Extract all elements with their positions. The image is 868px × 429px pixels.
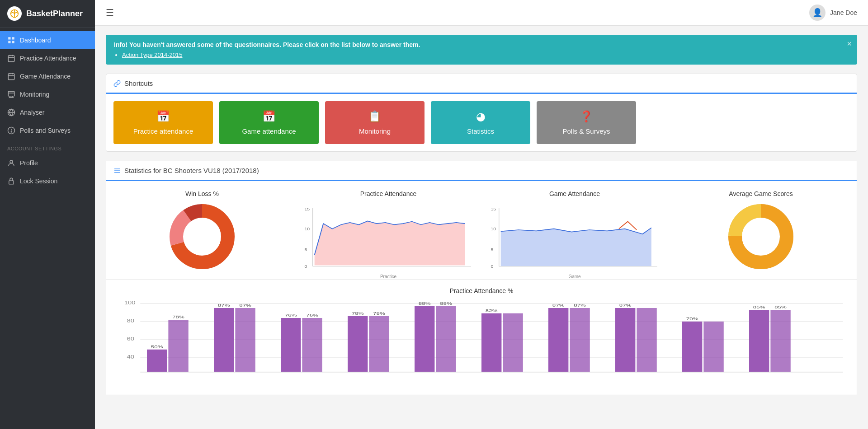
shortcuts-title: Shortcuts: [124, 79, 153, 87]
svg-text:0: 0: [304, 264, 307, 269]
shortcut-practice-label: Practice attendance: [133, 127, 193, 135]
svg-rect-68: [281, 318, 301, 372]
svg-rect-87: [615, 308, 635, 372]
practice-chart-label: Practice: [300, 274, 477, 279]
sidebar-item-game-attendance[interactable]: Game Attendance: [0, 67, 95, 85]
svg-rect-81: [503, 313, 523, 372]
sidebar: BasketPlanner Dashboard Practice Attenda…: [0, 0, 95, 429]
svg-marker-38: [315, 221, 465, 265]
win-loss-donut: [168, 203, 236, 270]
sidebar-item-profile[interactable]: Profile: [0, 154, 95, 172]
svg-text:5: 5: [491, 247, 493, 252]
statistics-title: Statistics for BC Shooters VU18 (2017/20…: [124, 167, 259, 174]
shortcuts-card: Shortcuts 📅 Practice attendance 📅 Game a…: [106, 74, 857, 152]
sidebar-label-monitoring: Monitoring: [20, 91, 49, 98]
svg-text:15: 15: [491, 207, 496, 211]
app-logo: BasketPlanner: [0, 0, 95, 28]
svg-rect-72: [348, 316, 368, 372]
statistics-section: Statistics for BC Shooters VU18 (2017/20…: [106, 161, 857, 395]
alert-message: Info! You haven't answered some of the q…: [114, 41, 849, 48]
question-icon: ❓: [580, 110, 593, 123]
svg-text:60: 60: [127, 336, 134, 341]
svg-rect-3: [12, 37, 14, 39]
svg-text:87%: 87%: [218, 303, 230, 308]
svg-text:0: 0: [491, 264, 493, 269]
svg-text:85%: 85%: [774, 305, 787, 309]
svg-text:5: 5: [304, 247, 307, 252]
svg-text:87%: 87%: [619, 303, 632, 308]
shortcut-monitoring-label: Monitoring: [359, 127, 391, 135]
svg-point-51: [743, 219, 778, 254]
svg-rect-77: [436, 306, 456, 372]
shortcuts-header: Shortcuts: [106, 74, 857, 94]
shortcut-statistics-label: Statistics: [467, 127, 494, 135]
svg-rect-91: [703, 322, 723, 372]
account-settings-label: ACCOUNT SETTINGS: [0, 140, 95, 154]
practice-attendance-title: Practice Attendance: [360, 190, 417, 197]
sidebar-label-polls-surveys: Polls and Surveys: [20, 127, 71, 134]
sidebar-label-profile: Profile: [20, 159, 38, 167]
sidebar-item-monitoring[interactable]: Monitoring: [0, 85, 95, 103]
shortcut-monitoring[interactable]: 📋 Monitoring: [325, 101, 425, 144]
svg-rect-73: [369, 316, 389, 372]
sidebar-label-dashboard: Dashboard: [20, 37, 51, 44]
svg-text:85%: 85%: [753, 305, 765, 309]
svg-rect-5: [12, 41, 14, 43]
practice-line-chart: 15 10 5 0 Practice: [300, 203, 477, 270]
shortcut-game-attendance[interactable]: 📅 Game attendance: [219, 101, 319, 144]
svg-rect-88: [637, 308, 656, 372]
game-attendance-title: Game Attendance: [549, 190, 600, 197]
svg-text:82%: 82%: [486, 308, 498, 313]
game-chart-label: Game: [486, 274, 663, 279]
shortcut-practice-attendance[interactable]: 📅 Practice attendance: [113, 101, 213, 144]
shortcut-polls-surveys[interactable]: ❓ Polls & Surveys: [537, 101, 636, 144]
calendar-icon-game: 📅: [262, 110, 276, 123]
clipboard-icon: 📋: [368, 110, 382, 123]
svg-text:78%: 78%: [172, 315, 184, 319]
svg-point-23: [11, 131, 12, 132]
svg-rect-84: [570, 308, 590, 372]
avatar: 👤: [809, 5, 826, 21]
svg-text:15: 15: [304, 207, 310, 211]
shortcut-statistics[interactable]: ◕ Statistics: [431, 101, 530, 144]
main-content: ☰ 👤 Jane Doe Info! You haven't answered …: [95, 0, 868, 429]
win-loss-title: Win Loss %: [185, 190, 219, 197]
shortcuts-body: 📅 Practice attendance 📅 Game attendance …: [106, 94, 857, 151]
alert-banner: Info! You haven't answered some of the q…: [106, 35, 857, 65]
svg-rect-65: [235, 308, 255, 372]
avg-game-scores-chart: Average Game Scores: [672, 190, 849, 270]
svg-rect-64: [214, 308, 234, 372]
avg-scores-donut: [727, 203, 795, 270]
alert-link[interactable]: Action Type 2014-2015: [122, 51, 182, 58]
calendar-icon-practice: 📅: [156, 110, 170, 123]
list-icon: [113, 167, 121, 174]
svg-rect-14: [8, 91, 14, 96]
alert-close-button[interactable]: ×: [847, 39, 852, 49]
svg-text:78%: 78%: [352, 311, 364, 316]
svg-text:87%: 87%: [574, 303, 586, 308]
svg-text:76%: 76%: [306, 313, 318, 317]
sidebar-item-lock-session[interactable]: Lock Session: [0, 172, 95, 190]
svg-rect-10: [8, 74, 14, 80]
svg-rect-2: [8, 37, 10, 39]
svg-point-24: [10, 160, 13, 163]
bar-section: Practice Attendance % 100 80 60 40: [106, 280, 857, 395]
svg-text:10: 10: [491, 227, 496, 231]
sidebar-item-analyser[interactable]: Analyser: [0, 103, 95, 121]
user-info: 👤 Jane Doe: [809, 5, 857, 21]
svg-text:100: 100: [124, 300, 136, 305]
shortcut-icon: [113, 80, 121, 87]
sidebar-item-dashboard[interactable]: Dashboard: [0, 31, 95, 49]
hamburger-button[interactable]: ☰: [106, 7, 114, 18]
pie-icon: ◕: [476, 110, 486, 123]
app-name: BasketPlanner: [26, 9, 83, 19]
shortcut-game-label: Game attendance: [242, 127, 296, 135]
sidebar-label-analyser: Analyser: [20, 109, 44, 116]
svg-rect-69: [302, 318, 322, 372]
svg-rect-76: [415, 306, 434, 372]
svg-text:50%: 50%: [151, 345, 163, 349]
sidebar-item-practice-attendance[interactable]: Practice Attendance: [0, 49, 95, 67]
topbar: ☰ 👤 Jane Doe: [95, 0, 868, 26]
sidebar-nav: Dashboard Practice Attendance Game Atten…: [0, 28, 95, 429]
sidebar-item-polls-surveys[interactable]: Polls and Surveys: [0, 121, 95, 140]
